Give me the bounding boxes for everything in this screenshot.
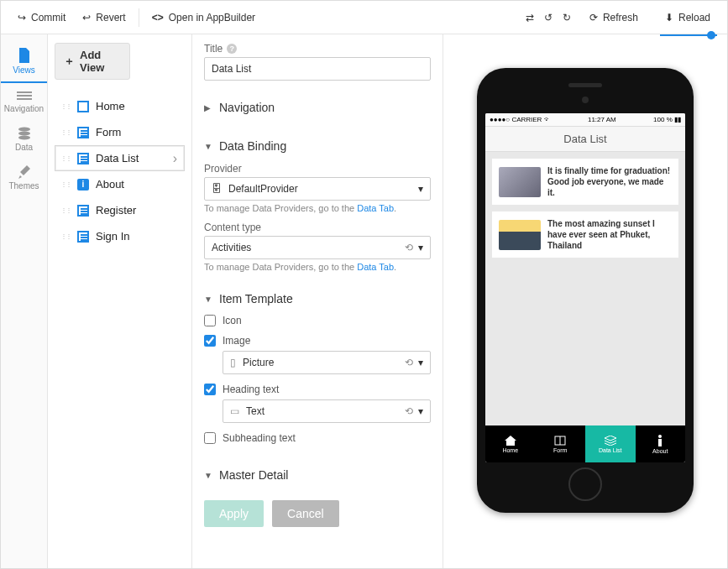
properties-pane: Title? ▶Navigation ▼Data Binding Provide…: [192, 34, 443, 568]
book-icon: [554, 436, 566, 446]
svg-point-4: [18, 132, 30, 136]
tab-form[interactable]: Form: [536, 425, 586, 462]
preview-pane: ●●●●○ CARRIER ᯤ 11:27 AM 100 % ▮▮ Data L…: [443, 34, 727, 568]
view-item-datalist[interactable]: ⋮⋮Data List: [55, 145, 185, 171]
svg-point-5: [18, 136, 30, 140]
zoom-slider-knob[interactable]: [707, 31, 715, 39]
refresh-icon: ⟳: [589, 12, 598, 23]
topbar: ↪Commit ↩Revert <>Open in AppBuilder ⇄ ↺…: [1, 1, 727, 34]
thumbnail-image: [499, 220, 541, 250]
view-item-signin[interactable]: ⋮⋮Sign In: [55, 223, 185, 249]
battery-label: 100 % ▮▮: [653, 116, 681, 123]
svg-point-8: [658, 435, 662, 438]
content-type-hint: To manage Data Providers, go to the Data…: [204, 262, 431, 272]
commit-button[interactable]: ↪Commit: [9, 1, 74, 34]
add-view-button[interactable]: ＋Add View: [55, 43, 130, 80]
list-item[interactable]: It is finally time for graduation! Good …: [492, 159, 678, 205]
svg-point-3: [18, 128, 30, 132]
swap-icon[interactable]: ⇄: [526, 12, 534, 23]
content-type-dropdown[interactable]: Activities ⟲▾: [204, 236, 431, 259]
drag-handle-icon[interactable]: ⋮⋮: [60, 183, 71, 186]
database-icon: 🗄: [212, 183, 222, 195]
icon-checkbox[interactable]: Icon: [204, 311, 431, 331]
item-heading: It is finally time for graduation! Good …: [547, 165, 672, 198]
tab-datalist[interactable]: Data List: [585, 425, 636, 462]
preview-tabbar: Home Form Data List About: [485, 425, 685, 462]
view-item-register[interactable]: ⋮⋮Register: [55, 197, 185, 223]
file-icon: [18, 48, 31, 63]
list-item[interactable]: The most amazing sunset I have ever seen…: [492, 211, 678, 258]
image-field-dropdown[interactable]: ▯Picture ⟲▾: [223, 351, 431, 374]
navigation-section-header[interactable]: ▶Navigation: [204, 96, 431, 119]
view-item-about[interactable]: ⋮⋮iAbout: [55, 171, 185, 197]
open-appbuilder-button[interactable]: <>Open in AppBuilder: [144, 1, 264, 34]
data-tab-link[interactable]: Data Tab: [357, 262, 394, 272]
title-label: Title?: [204, 43, 431, 55]
item-template-section-header[interactable]: ▼Item Template: [204, 287, 431, 311]
expand-icon: ▼: [204, 471, 212, 480]
thumbnail-image: [499, 167, 541, 197]
code-icon: <>: [152, 12, 164, 23]
info-icon: i: [77, 179, 89, 191]
expand-icon: ▼: [204, 142, 212, 151]
tab-home[interactable]: Home: [485, 425, 536, 462]
drag-handle-icon[interactable]: ⋮⋮: [60, 235, 71, 238]
undo-icon[interactable]: ↺: [544, 12, 553, 23]
rail-navigation[interactable]: Navigation: [1, 83, 47, 120]
tab-about[interactable]: About: [636, 425, 686, 462]
svg-rect-2: [17, 98, 32, 100]
chevron-down-icon: ▾: [418, 242, 423, 253]
master-detail-section-header[interactable]: ▼Master Detail: [204, 463, 431, 487]
item-heading: The most amazing sunset I have ever seen…: [547, 218, 672, 251]
separator: [139, 8, 139, 27]
views-list: ⋮⋮Home ⋮⋮Form ⋮⋮Data List ⋮⋮iAbout ⋮⋮Reg…: [55, 93, 185, 249]
commit-icon: ↪: [18, 12, 26, 23]
drag-handle-icon[interactable]: ⋮⋮: [60, 209, 71, 212]
status-bar: ●●●●○ CARRIER ᯤ 11:27 AM 100 % ▮▮: [485, 113, 685, 127]
provider-dropdown[interactable]: 🗄DefaultProvider ▾: [204, 177, 431, 201]
info-icon: [657, 435, 663, 446]
heading-checkbox[interactable]: Heading text: [204, 379, 431, 399]
stack-icon: [605, 436, 616, 446]
title-input[interactable]: [204, 57, 431, 81]
drag-handle-icon[interactable]: ⋮⋮: [60, 157, 71, 160]
carrier-label: ●●●●○ CARRIER ᯤ: [490, 116, 551, 123]
revert-button[interactable]: ↩Revert: [74, 1, 134, 34]
refresh-button[interactable]: ⟳Refresh: [581, 12, 647, 23]
help-icon[interactable]: ?: [227, 44, 237, 54]
redo-icon[interactable]: ↻: [563, 12, 571, 23]
plus-icon: ＋: [64, 54, 75, 69]
image-checkbox[interactable]: Image: [204, 331, 431, 351]
apply-button[interactable]: Apply: [204, 500, 264, 527]
rail-themes[interactable]: Themes: [1, 159, 47, 197]
collapse-icon: ▶: [204, 103, 212, 112]
subheading-checkbox[interactable]: Subheading text: [204, 428, 431, 448]
refresh-icon[interactable]: ⟲: [405, 242, 413, 253]
views-pane: ＋Add View ⋮⋮Home ⋮⋮Form ⋮⋮Data List ⋮⋮iA…: [48, 34, 192, 568]
square-icon: [77, 101, 89, 112]
drag-handle-icon[interactable]: ⋮⋮: [60, 131, 71, 134]
rail-views[interactable]: Views: [1, 41, 47, 83]
drag-handle-icon[interactable]: ⋮⋮: [60, 105, 71, 108]
phone-frame: ●●●●○ CARRIER ᯤ 11:27 AM 100 % ▮▮ Data L…: [477, 68, 694, 513]
data-binding-section-header[interactable]: ▼Data Binding: [204, 134, 431, 158]
reload-button[interactable]: ⬇Reload: [657, 12, 719, 23]
refresh-icon[interactable]: ⟲: [405, 405, 413, 417]
view-item-form[interactable]: ⋮⋮Form: [55, 119, 185, 145]
home-icon: [505, 436, 516, 446]
data-tab-link[interactable]: Data Tab: [357, 203, 394, 213]
form-icon: [77, 127, 89, 138]
svg-rect-1: [17, 95, 32, 97]
phone-screen: ●●●●○ CARRIER ᯤ 11:27 AM 100 % ▮▮ Data L…: [485, 113, 685, 462]
view-item-home[interactable]: ⋮⋮Home: [55, 93, 185, 119]
expand-icon: ▼: [204, 295, 212, 304]
cancel-button[interactable]: Cancel: [272, 500, 339, 527]
refresh-icon[interactable]: ⟲: [405, 357, 413, 368]
text-icon: ▭: [230, 405, 239, 417]
heading-field-dropdown[interactable]: ▭Text ⟲▾: [223, 399, 431, 423]
rail-data[interactable]: Data: [1, 120, 47, 159]
database-icon: [18, 127, 31, 140]
brush-icon: [18, 165, 30, 179]
content-type-label: Content type: [204, 222, 431, 233]
phone-camera: [582, 97, 589, 103]
